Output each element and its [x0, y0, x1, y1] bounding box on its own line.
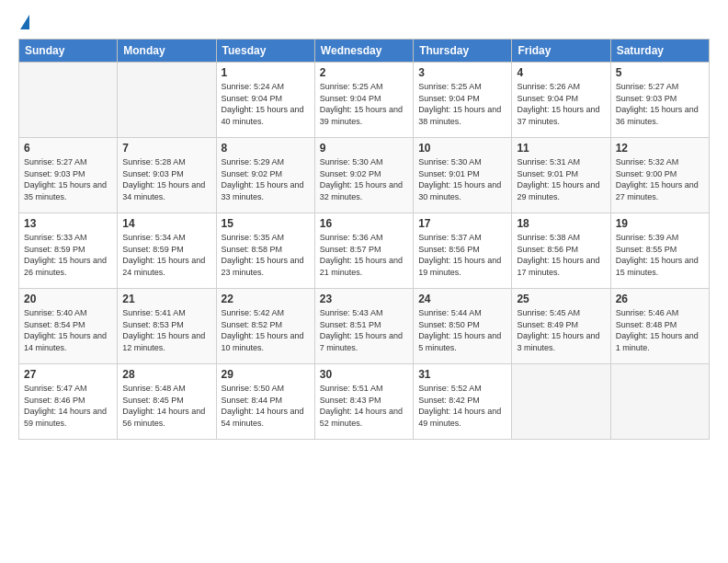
day-number: 7 — [122, 142, 210, 155]
day-info: Sunrise: 5:30 AMSunset: 9:02 PMDaylight:… — [320, 156, 408, 202]
day-number: 8 — [222, 142, 310, 155]
calendar-week-3: 13Sunrise: 5:33 AMSunset: 8:59 PMDayligh… — [19, 213, 710, 289]
day-number: 13 — [24, 217, 112, 230]
day-info: Sunrise: 5:50 AMSunset: 8:44 PMDaylight:… — [222, 383, 310, 429]
column-header-wednesday: Wednesday — [314, 40, 413, 63]
day-info: Sunrise: 5:42 AMSunset: 8:52 PMDaylight:… — [222, 307, 310, 353]
day-number: 15 — [222, 217, 310, 230]
day-number: 2 — [320, 66, 408, 79]
calendar-cell: 25Sunrise: 5:45 AMSunset: 8:49 PMDayligh… — [512, 289, 610, 364]
day-info: Sunrise: 5:29 AMSunset: 9:02 PMDaylight:… — [222, 156, 310, 202]
day-info: Sunrise: 5:25 AMSunset: 9:04 PMDaylight:… — [418, 81, 506, 127]
column-header-friday: Friday — [512, 40, 610, 63]
calendar-cell: 8Sunrise: 5:29 AMSunset: 9:02 PMDaylight… — [216, 138, 314, 213]
calendar-cell: 1Sunrise: 5:24 AMSunset: 9:04 PMDaylight… — [216, 63, 314, 138]
calendar-cell: 6Sunrise: 5:27 AMSunset: 9:03 PMDaylight… — [19, 138, 118, 213]
calendar-cell: 23Sunrise: 5:43 AMSunset: 8:51 PMDayligh… — [314, 289, 413, 364]
day-number: 4 — [517, 66, 605, 79]
calendar-cell: 29Sunrise: 5:50 AMSunset: 8:44 PMDayligh… — [216, 364, 314, 440]
calendar-cell: 7Sunrise: 5:28 AMSunset: 9:03 PMDaylight… — [118, 138, 216, 213]
calendar-cell: 24Sunrise: 5:44 AMSunset: 8:50 PMDayligh… — [414, 289, 512, 364]
day-info: Sunrise: 5:30 AMSunset: 9:01 PMDaylight:… — [418, 156, 506, 202]
calendar-week-4: 20Sunrise: 5:40 AMSunset: 8:54 PMDayligh… — [19, 289, 710, 364]
day-number: 19 — [616, 217, 704, 230]
calendar-cell — [610, 364, 709, 440]
day-info: Sunrise: 5:27 AMSunset: 9:03 PMDaylight:… — [616, 81, 704, 127]
calendar-table: SundayMondayTuesdayWednesdayThursdayFrid… — [18, 39, 710, 440]
column-header-monday: Monday — [118, 40, 216, 63]
calendar-cell: 18Sunrise: 5:38 AMSunset: 8:56 PMDayligh… — [512, 213, 610, 289]
day-info: Sunrise: 5:24 AMSunset: 9:04 PMDaylight:… — [222, 81, 310, 127]
calendar-week-5: 27Sunrise: 5:47 AMSunset: 8:46 PMDayligh… — [19, 364, 710, 440]
day-info: Sunrise: 5:31 AMSunset: 9:01 PMDaylight:… — [517, 156, 605, 202]
day-number: 24 — [418, 293, 506, 305]
calendar-cell: 10Sunrise: 5:30 AMSunset: 9:01 PMDayligh… — [414, 138, 512, 213]
calendar-cell: 28Sunrise: 5:48 AMSunset: 8:45 PMDayligh… — [118, 364, 216, 440]
column-header-sunday: Sunday — [19, 40, 118, 63]
day-info: Sunrise: 5:41 AMSunset: 8:53 PMDaylight:… — [122, 307, 210, 353]
day-number: 23 — [320, 293, 408, 305]
calendar-cell: 13Sunrise: 5:33 AMSunset: 8:59 PMDayligh… — [19, 213, 118, 289]
day-number: 16 — [320, 217, 408, 230]
day-info: Sunrise: 5:45 AMSunset: 8:49 PMDaylight:… — [517, 307, 605, 353]
day-number: 17 — [418, 217, 506, 230]
day-info: Sunrise: 5:52 AMSunset: 8:42 PMDaylight:… — [418, 383, 506, 429]
calendar-cell: 5Sunrise: 5:27 AMSunset: 9:03 PMDaylight… — [610, 63, 709, 138]
day-info: Sunrise: 5:40 AMSunset: 8:54 PMDaylight:… — [24, 307, 112, 353]
day-number: 31 — [418, 368, 506, 381]
calendar-cell — [512, 364, 610, 440]
day-info: Sunrise: 5:35 AMSunset: 8:58 PMDaylight:… — [222, 232, 310, 278]
day-info: Sunrise: 5:33 AMSunset: 8:59 PMDaylight:… — [24, 232, 112, 278]
day-info: Sunrise: 5:32 AMSunset: 9:00 PMDaylight:… — [616, 156, 704, 202]
day-info: Sunrise: 5:48 AMSunset: 8:45 PMDaylight:… — [122, 383, 210, 429]
calendar-cell: 9Sunrise: 5:30 AMSunset: 9:02 PMDaylight… — [314, 138, 413, 213]
calendar-cell: 22Sunrise: 5:42 AMSunset: 8:52 PMDayligh… — [216, 289, 314, 364]
calendar-cell: 2Sunrise: 5:25 AMSunset: 9:04 PMDaylight… — [314, 63, 413, 138]
calendar-cell: 15Sunrise: 5:35 AMSunset: 8:58 PMDayligh… — [216, 213, 314, 289]
day-number: 1 — [222, 66, 310, 79]
day-info: Sunrise: 5:46 AMSunset: 8:48 PMDaylight:… — [616, 307, 704, 353]
day-number: 10 — [418, 142, 506, 155]
calendar-cell: 16Sunrise: 5:36 AMSunset: 8:57 PMDayligh… — [314, 213, 413, 289]
calendar-cell: 21Sunrise: 5:41 AMSunset: 8:53 PMDayligh… — [118, 289, 216, 364]
calendar-cell — [19, 63, 118, 138]
day-number: 11 — [517, 142, 605, 155]
day-number: 30 — [320, 368, 408, 381]
column-header-thursday: Thursday — [414, 40, 512, 63]
calendar-cell: 11Sunrise: 5:31 AMSunset: 9:01 PMDayligh… — [512, 138, 610, 213]
day-info: Sunrise: 5:39 AMSunset: 8:55 PMDaylight:… — [616, 232, 704, 278]
day-number: 22 — [222, 293, 310, 305]
calendar-week-1: 1Sunrise: 5:24 AMSunset: 9:04 PMDaylight… — [19, 63, 710, 138]
day-number: 9 — [320, 142, 408, 155]
day-number: 14 — [122, 217, 210, 230]
day-number: 3 — [418, 66, 506, 79]
day-number: 27 — [24, 368, 112, 381]
calendar-cell: 19Sunrise: 5:39 AMSunset: 8:55 PMDayligh… — [610, 213, 709, 289]
column-header-saturday: Saturday — [610, 40, 709, 63]
column-header-tuesday: Tuesday — [216, 40, 314, 63]
day-info: Sunrise: 5:38 AMSunset: 8:56 PMDaylight:… — [517, 232, 605, 278]
calendar-cell: 26Sunrise: 5:46 AMSunset: 8:48 PMDayligh… — [610, 289, 709, 364]
day-info: Sunrise: 5:36 AMSunset: 8:57 PMDaylight:… — [320, 232, 408, 278]
logo — [18, 15, 29, 31]
calendar-cell: 30Sunrise: 5:51 AMSunset: 8:43 PMDayligh… — [314, 364, 413, 440]
calendar-cell: 17Sunrise: 5:37 AMSunset: 8:56 PMDayligh… — [414, 213, 512, 289]
calendar-cell: 3Sunrise: 5:25 AMSunset: 9:04 PMDaylight… — [414, 63, 512, 138]
calendar-cell: 4Sunrise: 5:26 AMSunset: 9:04 PMDaylight… — [512, 63, 610, 138]
calendar-cell — [118, 63, 216, 138]
day-number: 12 — [616, 142, 704, 155]
day-number: 25 — [517, 293, 605, 305]
day-number: 18 — [517, 217, 605, 230]
day-number: 28 — [122, 368, 210, 381]
calendar-cell: 12Sunrise: 5:32 AMSunset: 9:00 PMDayligh… — [610, 138, 709, 213]
day-info: Sunrise: 5:51 AMSunset: 8:43 PMDaylight:… — [320, 383, 408, 429]
day-info: Sunrise: 5:47 AMSunset: 8:46 PMDaylight:… — [24, 383, 112, 429]
day-info: Sunrise: 5:26 AMSunset: 9:04 PMDaylight:… — [517, 81, 605, 127]
day-number: 26 — [616, 293, 704, 305]
calendar-cell: 14Sunrise: 5:34 AMSunset: 8:59 PMDayligh… — [118, 213, 216, 289]
logo-triangle-icon — [20, 15, 29, 29]
calendar-cell: 27Sunrise: 5:47 AMSunset: 8:46 PMDayligh… — [19, 364, 118, 440]
day-info: Sunrise: 5:43 AMSunset: 8:51 PMDaylight:… — [320, 307, 408, 353]
day-info: Sunrise: 5:25 AMSunset: 9:04 PMDaylight:… — [320, 81, 408, 127]
day-info: Sunrise: 5:34 AMSunset: 8:59 PMDaylight:… — [122, 232, 210, 278]
